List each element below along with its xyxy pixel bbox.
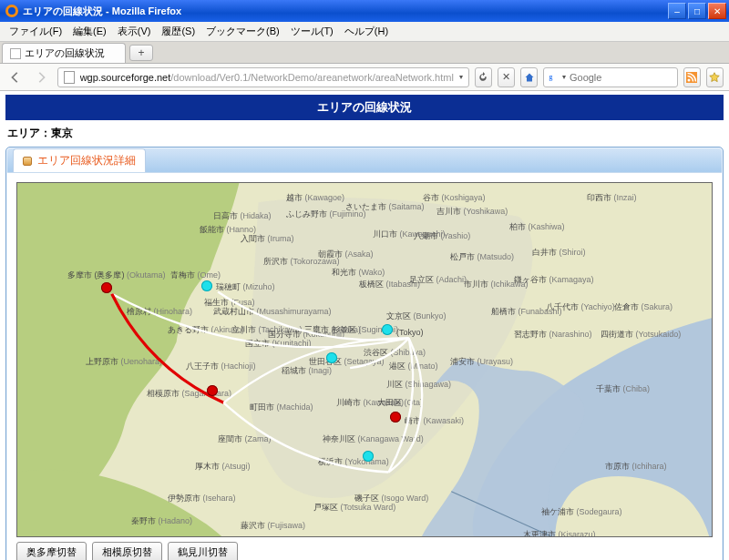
network-overlay — [17, 183, 712, 537]
switch-sagamihara-button[interactable]: 相模原切替 — [92, 542, 162, 560]
browser-tabstrip: エリアの回線状況 + — [0, 42, 729, 64]
forward-button[interactable] — [31, 67, 51, 87]
menu-edit[interactable]: 編集(E) — [67, 22, 112, 41]
window-title: エリアの回線状況 - Mozilla Firefox — [23, 5, 668, 18]
maximize-button[interactable]: □ — [688, 3, 706, 19]
switch-okutama-button[interactable]: 奥多摩切替 — [16, 542, 87, 560]
feed-button[interactable] — [683, 67, 701, 87]
detail-panel: エリア回線状況詳細 — [5, 147, 724, 560]
network-node-setagaya[interactable] — [326, 352, 337, 363]
panel-tab-detail[interactable]: エリア回線状況詳細 — [13, 148, 146, 172]
network-node-kawasaki[interactable] — [390, 412, 401, 423]
panel-tab-label: エリア回線状況詳細 — [37, 153, 136, 168]
stop-button[interactable]: ✕ — [498, 67, 515, 87]
svg-text:g: g — [549, 73, 553, 81]
menu-view[interactable]: 表示(V) — [112, 22, 157, 41]
switch-button-row: 奥多摩切替 相模原切替 鶴見川切替 — [16, 537, 713, 560]
menu-tools[interactable]: ツール(T) — [285, 22, 339, 41]
network-map[interactable]: 越市 (Kawagoe)谷市 (Koshigaya)印西市 (Inzai)日高市… — [16, 182, 713, 537]
menu-bar: ファイル(F) 編集(E) 表示(V) 履歴(S) ブックマーク(B) ツール(… — [0, 22, 729, 42]
menu-history[interactable]: 履歴(S) — [156, 22, 200, 41]
menu-help[interactable]: ヘルプ(H) — [339, 22, 394, 41]
reload-button[interactable] — [475, 67, 492, 87]
menu-file[interactable]: ファイル(F) — [4, 22, 67, 41]
browser-tab-title: エリアの回線状況 — [25, 46, 105, 60]
area-label: エリア：東京 — [5, 120, 724, 147]
network-node-okutama[interactable] — [101, 282, 112, 293]
home-button[interactable] — [520, 67, 538, 87]
network-link — [112, 294, 224, 403]
bookmark-button[interactable] — [706, 67, 724, 87]
network-link — [223, 402, 388, 472]
back-button[interactable] — [5, 67, 26, 87]
window-titlebar: エリアの回線状況 - Mozilla Firefox – □ ✕ — [0, 0, 729, 22]
url-field[interactable]: wgp.sourceforge.net/download/Ver0.1/Netw… — [57, 67, 469, 87]
panel-tabstrip: エリア回線状況詳細 — [7, 148, 722, 172]
network-node-mizuho[interactable] — [201, 280, 212, 291]
page-banner-title: エリアの回線状況 — [317, 100, 412, 114]
search-engine-dropdown-icon[interactable]: ▾ — [562, 73, 566, 81]
close-button[interactable]: ✕ — [708, 3, 726, 19]
url-text: wgp.sourceforge.net/download/Ver0.1/Netw… — [80, 72, 454, 83]
favicon-icon — [10, 48, 21, 59]
new-tab-button[interactable]: + — [129, 45, 153, 61]
firefox-icon — [5, 5, 18, 17]
google-icon: g — [548, 71, 559, 84]
network-node-yokohama[interactable] — [363, 451, 374, 462]
switch-tsurumi-button[interactable]: 鶴見川切替 — [168, 542, 238, 560]
menu-bookmarks[interactable]: ブックマーク(B) — [200, 22, 285, 41]
page-content: エリアの回線状況 エリア：東京 エリア回線状況詳細 — [0, 91, 729, 560]
panel-tab-icon — [23, 157, 32, 166]
page-icon — [64, 71, 75, 84]
browser-tab-active[interactable]: エリアの回線状況 — [2, 43, 126, 63]
url-dropdown-icon[interactable]: ▾ — [459, 73, 463, 81]
network-node-tokyo[interactable] — [382, 324, 393, 335]
network-node-sagamihara[interactable] — [207, 385, 218, 396]
svg-point-2 — [688, 78, 691, 81]
minimize-button[interactable]: – — [668, 3, 686, 19]
page-banner: エリアの回線状況 — [5, 95, 724, 120]
search-field[interactable]: g ▾ — [543, 67, 677, 87]
search-input[interactable] — [570, 72, 673, 83]
nav-toolbar: wgp.sourceforge.net/download/Ver0.1/Netw… — [0, 64, 729, 91]
network-link — [218, 292, 409, 341]
